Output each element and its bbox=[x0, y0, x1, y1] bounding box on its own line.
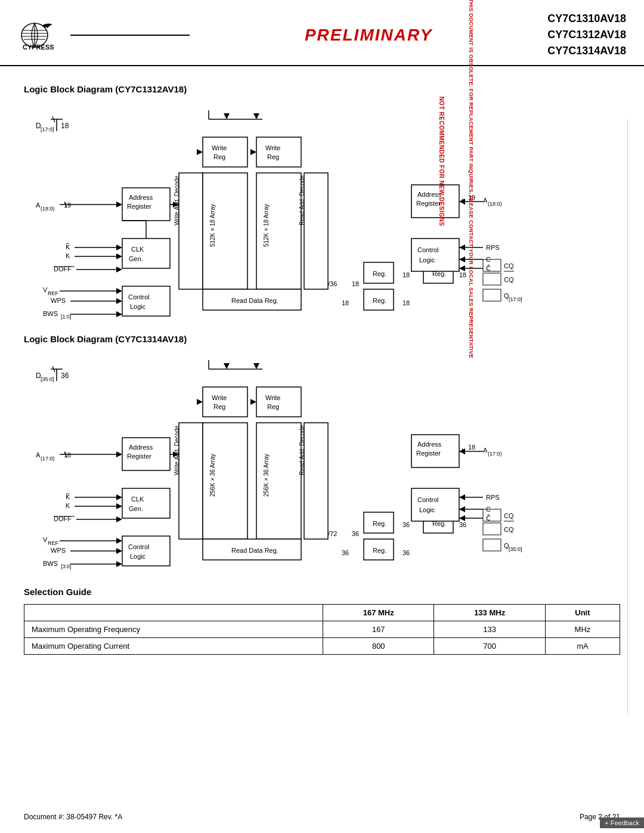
row-unit-current: mA bbox=[545, 638, 620, 655]
svg-marker-114 bbox=[116, 311, 122, 317]
selection-guide: Selection Guide 167 MHz 133 MHz Unit Max… bbox=[24, 587, 620, 655]
svg-text:RPS: RPS bbox=[486, 494, 500, 501]
svg-text:Reg.: Reg. bbox=[373, 520, 386, 527]
svg-text:256K × 36 Array: 256K × 36 Array bbox=[209, 454, 216, 497]
svg-text:Write: Write bbox=[212, 394, 227, 401]
svg-text:18: 18 bbox=[402, 299, 410, 306]
svg-text:Control: Control bbox=[128, 543, 149, 550]
svg-text:36: 36 bbox=[352, 530, 359, 537]
svg-text:Reg.: Reg. bbox=[373, 270, 386, 277]
svg-text:18: 18 bbox=[342, 299, 349, 306]
svg-text:Address: Address bbox=[129, 444, 153, 451]
svg-text:36: 36 bbox=[342, 549, 349, 556]
svg-rect-204 bbox=[483, 539, 501, 551]
svg-text:REF: REF bbox=[48, 540, 59, 546]
svg-marker-40 bbox=[116, 244, 122, 250]
svg-text:A: A bbox=[483, 447, 488, 454]
diagram-1314-title: Logic Block Diagram (CY7C1314AV18) bbox=[24, 334, 620, 344]
svg-text:Reg: Reg bbox=[267, 403, 279, 410]
svg-text:(17:0): (17:0) bbox=[41, 456, 55, 462]
feedback-button[interactable]: + Feedback bbox=[600, 817, 644, 828]
svg-text:K: K bbox=[66, 252, 70, 259]
svg-marker-135 bbox=[250, 399, 256, 405]
svg-marker-34 bbox=[116, 202, 122, 208]
svg-text:256K × 36 Array: 256K × 36 Array bbox=[263, 454, 270, 497]
svg-marker-43 bbox=[116, 253, 122, 259]
svg-text:Write Add. Decode: Write Add. Decode bbox=[174, 175, 180, 225]
svg-marker-17 bbox=[253, 113, 259, 119]
svg-rect-58 bbox=[304, 173, 328, 289]
page-header: CYPRESS PRELIMINARY CY7C1310AV18 CY7C131… bbox=[0, 0, 644, 66]
selection-guide-table: 167 MHz 133 MHz Unit Maximum Operating F… bbox=[24, 604, 620, 655]
selection-guide-title: Selection Guide bbox=[24, 587, 620, 597]
svg-rect-158 bbox=[179, 423, 203, 539]
table-header-row: 167 MHz 133 MHz Unit bbox=[24, 605, 620, 621]
svg-marker-21 bbox=[197, 149, 203, 155]
table-row: Maximum Operating Current 800 700 mA bbox=[24, 638, 620, 655]
svg-rect-22 bbox=[256, 137, 301, 167]
svg-text:Logic: Logic bbox=[130, 303, 146, 310]
svg-text:Control: Control bbox=[417, 246, 438, 253]
svg-text:Read Add. Decode: Read Add. Decode bbox=[299, 175, 305, 225]
svg-text:[35:0]: [35:0] bbox=[41, 376, 54, 382]
svg-text:CQ: CQ bbox=[504, 276, 514, 283]
svg-text:Logic: Logic bbox=[130, 553, 146, 560]
svg-text:K: K bbox=[66, 502, 70, 509]
side-text-obsolete: ONE OR MORE ORDERABLE PARTS ASSOCIATED W… bbox=[468, 0, 474, 370]
header-preliminary: PRELIMINARY bbox=[190, 26, 547, 45]
svg-text:Write Add. Decode: Write Add. Decode bbox=[174, 425, 180, 475]
svg-text:[1:0]: [1:0] bbox=[61, 314, 72, 320]
svg-text:WPS: WPS bbox=[51, 547, 66, 554]
svg-text:C̄: C̄ bbox=[486, 515, 491, 522]
row-label-freq: Maximum Operating Frequency bbox=[24, 621, 323, 638]
svg-text:Register: Register bbox=[127, 203, 151, 210]
svg-rect-168 bbox=[304, 423, 328, 539]
row-unit-freq: MHz bbox=[545, 621, 620, 638]
svg-text:/36: /36 bbox=[328, 280, 337, 287]
svg-text:Register: Register bbox=[127, 453, 151, 460]
svg-rect-77 bbox=[411, 239, 459, 271]
svg-text:BWS: BWS bbox=[43, 310, 58, 317]
svg-text:36: 36 bbox=[402, 521, 410, 528]
svg-text:CLK: CLK bbox=[131, 246, 144, 253]
svg-rect-145 bbox=[122, 488, 170, 518]
diagram-1312-title: Logic Block Diagram (CY7C1312AV18) bbox=[24, 84, 620, 94]
svg-text:36: 36 bbox=[61, 371, 69, 380]
svg-text:[17:0]: [17:0] bbox=[509, 296, 522, 302]
svg-marker-46 bbox=[116, 267, 122, 272]
svg-text:Reg.: Reg. bbox=[373, 547, 386, 554]
svg-rect-132 bbox=[256, 387, 301, 417]
svg-marker-110 bbox=[116, 298, 122, 304]
svg-text:(18:0): (18:0) bbox=[41, 206, 55, 212]
svg-text:Reg: Reg bbox=[267, 153, 279, 160]
svg-text:Write: Write bbox=[265, 394, 280, 401]
svg-marker-224 bbox=[116, 561, 122, 567]
svg-text:V: V bbox=[43, 536, 48, 543]
diagram-1312-svg: D [17:0] 18 Write Reg Write bbox=[30, 101, 614, 322]
svg-text:Control: Control bbox=[128, 293, 149, 301]
main-content: NOT RECOMMENDED FOR NEW DESIGNS ONE OR M… bbox=[0, 66, 644, 667]
svg-rect-101 bbox=[122, 286, 170, 316]
svg-marker-131 bbox=[197, 399, 203, 405]
svg-marker-194 bbox=[459, 506, 465, 512]
svg-rect-128 bbox=[203, 387, 247, 417]
svg-text:Control: Control bbox=[417, 496, 438, 503]
svg-text:Read Add. Decode: Read Add. Decode bbox=[299, 425, 305, 475]
svg-marker-217 bbox=[116, 538, 122, 544]
svg-marker-87 bbox=[459, 265, 465, 271]
svg-text:/72: /72 bbox=[328, 530, 337, 537]
svg-text:Write: Write bbox=[265, 144, 280, 151]
svg-marker-127 bbox=[253, 363, 259, 369]
svg-marker-144 bbox=[116, 451, 122, 457]
header-product-lines: CY7C1310AV18 CY7C1312AV18 CY7C1314AV18 bbox=[547, 11, 626, 59]
svg-rect-91 bbox=[483, 273, 501, 285]
col-header-empty bbox=[24, 605, 323, 621]
svg-marker-153 bbox=[116, 503, 122, 509]
svg-text:Register: Register bbox=[416, 450, 441, 457]
table-row: Maximum Operating Frequency 167 133 MHz bbox=[24, 621, 620, 638]
svg-rect-35 bbox=[122, 239, 170, 268]
svg-text:A: A bbox=[483, 197, 488, 204]
col-header-133: 133 MHz bbox=[434, 605, 545, 621]
svg-text:Read Data Reg.: Read Data Reg. bbox=[231, 547, 278, 554]
svg-text:WPS: WPS bbox=[51, 297, 66, 304]
